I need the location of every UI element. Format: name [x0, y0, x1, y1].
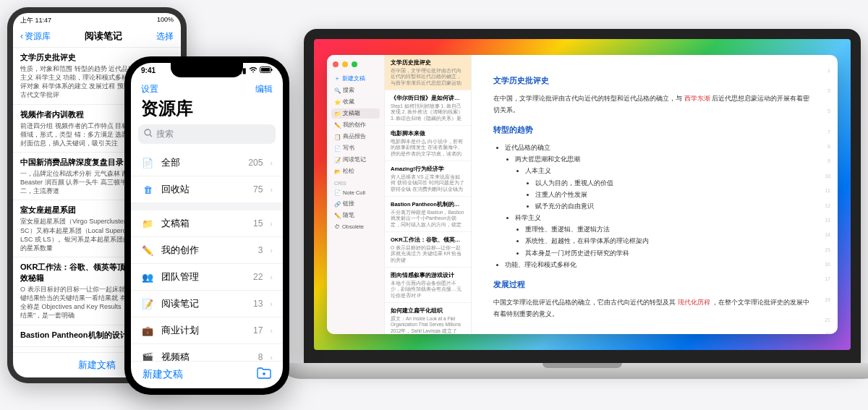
android-back-button[interactable]: ‹ 资源库 — [20, 30, 51, 43]
search-input[interactable]: 搜索 — [138, 124, 276, 144]
iphone-frame: 9:41 ▮▮▮▮ 设置 编辑 资源库 搜索 📄全部205› � — [124, 56, 289, 395]
note-title: Bastion Pantheon机制的设计亮点 — [391, 201, 465, 208]
doc-icon: 📄 — [141, 158, 154, 168]
note-title: 如何建立扁平化组织 — [391, 307, 465, 315]
note-icon: 📝 — [334, 157, 341, 163]
sidebar-item[interactable]: ⏱Obsolete — [331, 222, 380, 231]
sidebar-item[interactable]: 📂松松 — [331, 166, 380, 176]
edit-button[interactable]: 编辑 — [255, 83, 273, 95]
iphone-footer: 新建文稿 — [131, 361, 283, 388]
sidebar-label: 随笔 — [343, 212, 354, 219]
library-row-reading[interactable]: 📝阅读笔记13› — [131, 291, 283, 317]
sidebar-label: Note Coll — [343, 189, 365, 196]
sidebar-label: 阅读笔记 — [343, 156, 366, 163]
note-title: 文学历史批评史 — [391, 59, 465, 67]
note-card[interactable]: 图向情感叙事的游戏设计本地个页面内容会备份图片不少，剧场性加载表会有点慢…无论你… — [385, 268, 471, 303]
minimize-icon[interactable] — [342, 61, 348, 67]
row-label: 文稿箱 — [161, 217, 246, 230]
library-row-business[interactable]: 💼商业计划17› — [131, 317, 283, 344]
library-row-team[interactable]: 👥团队管理22› — [131, 264, 283, 291]
window-traffic-lights[interactable] — [331, 59, 380, 72]
macbook-bezel: ＋新建文稿 🔍搜索 ⭐收藏 📁文稿箱 ✏️我的创作 📋商品报告 📄写书 📝阅读笔… — [304, 29, 861, 363]
row-label: 我的创作 — [161, 244, 251, 257]
mac-editor[interactable]: 1357891011121314151617192122 文学历史批评史 在中国… — [472, 55, 838, 334]
iphone-top-bar: 设置 编辑 — [131, 74, 283, 95]
pencil-icon: ✏️ — [141, 245, 154, 256]
editor-heading-3: 发展过程 — [493, 278, 816, 292]
iphone-status-time: 9:41 — [141, 67, 156, 74]
note-preview: O 表示目标好的目标—让你一起床就充满活力 关键结果 KR 恰当的关键 — [391, 245, 465, 262]
sidebar-label: 写书 — [343, 145, 354, 152]
mac-sidebar: ＋新建文稿 🔍搜索 ⭐收藏 📁文稿箱 ✏️我的创作 📋商品报告 📄写书 📝阅读笔… — [327, 55, 385, 334]
iphone-screen: 9:41 ▮▮▮▮ 设置 编辑 资源库 搜索 📄全部205› � — [131, 63, 283, 388]
library-row-video[interactable]: 🎬视频稿8› — [131, 344, 283, 361]
library-row-drafts[interactable]: 📁文稿箱15› — [131, 203, 283, 237]
new-doc-button[interactable]: 新建文稿 — [142, 368, 183, 381]
mac-notes-list[interactable]: 文学历史批评史在中国，文学理论批评由古代向近代的转型和近代品格的确立，与西学东渐… — [385, 55, 472, 334]
sidebar-label: 商品报告 — [343, 133, 366, 140]
note-preview: 在中国，文学理论批评由古代向近代的转型和近代品格的确立，与西学东渐后近代思想启蒙… — [391, 68, 465, 85]
row-label: 团队管理 — [161, 270, 246, 283]
android-status-battery: 100% — [157, 16, 174, 25]
library-row-mywork[interactable]: ✏️我的创作3› — [131, 237, 283, 264]
note-preview: 原文：An Inside Look at a Flat Organization… — [391, 316, 465, 333]
library-row-trash[interactable]: 🗑回收站75› — [131, 176, 283, 203]
note-card[interactable]: OKR工作法：谷歌、领英等顶级公司O 表示目标好的目标—让你一起床就充满活力 关… — [385, 232, 471, 268]
sidebar-item[interactable]: ✏️我的创作 — [331, 120, 380, 130]
sidebar-item[interactable]: 📝阅读笔记 — [331, 155, 380, 165]
zoom-icon[interactable] — [352, 61, 357, 67]
library-row-all[interactable]: 📄全部205› — [131, 150, 283, 176]
note-card[interactable]: 《华尔街日报》是如何讲故事的Step1 如何找到好故事 1. 靠自己发现 2. … — [385, 90, 471, 126]
android-status-time: 上午 11:47 — [20, 16, 51, 25]
note-preview: 本地个页面内容会备份图片不少，剧场性加载表会有点慢…无论你是否对 IF — [391, 281, 465, 298]
new-doc-button[interactable]: ＋新建文稿 — [331, 73, 380, 84]
sidebar-item[interactable]: ✏️随笔 — [331, 210, 380, 221]
plus-icon: ＋ — [334, 74, 340, 82]
svg-line-4 — [150, 134, 152, 137]
note-title: Amazing!行为经济学 — [391, 166, 465, 173]
pencil-icon: ✏️ — [334, 213, 341, 219]
sidebar-item[interactable]: 📄Note Coll — [331, 188, 380, 197]
sidebar-item-drafts[interactable]: 📁文稿箱 — [331, 108, 380, 119]
note-preview: 电影脚本是什么 白小说中，所有的故事剧情发生 在读者脑海中。拼的是作者的文字功底… — [391, 139, 465, 156]
settings-button[interactable]: 设置 — [141, 83, 158, 95]
chevron-right-icon: › — [270, 219, 273, 228]
chevron-right-icon: › — [270, 353, 273, 361]
highlighted-term: 西学东渐 — [684, 95, 710, 102]
row-label: 阅读笔记 — [161, 297, 246, 310]
note-card[interactable]: 文学历史批评史在中国，文学理论批评由古代向近代的转型和近代品格的确立，与西学东渐… — [385, 55, 471, 90]
note-card[interactable]: Amazing!行为经济学穷人思维者 VS 正常来说应当如何 获得金钱回答 时间… — [385, 161, 471, 197]
clock-icon: ⏱ — [334, 223, 340, 230]
note-title: 图向情感叙事的游戏设计 — [391, 272, 465, 279]
note-title: OKR工作法：谷歌、领英等顶级公司 — [391, 236, 465, 244]
editor-list: 近代品格的确立 两大哲思潮和文化思潮 人本主义 以人为目的，重视人的价值 注重人… — [493, 142, 816, 270]
folder-icon: 📂 — [334, 168, 341, 175]
chevron-right-icon: › — [270, 246, 273, 255]
row-count: 15 — [253, 218, 263, 229]
new-folder-icon[interactable] — [257, 367, 271, 381]
close-icon[interactable] — [333, 61, 339, 67]
sidebar-item[interactable]: 📄写书 — [331, 143, 380, 153]
sidebar-label: 收藏 — [343, 98, 354, 106]
line-numbers: 1357891011121314151617192122 — [819, 67, 830, 334]
sidebar-item[interactable]: 🔗链接 — [331, 199, 380, 209]
row-count: 13 — [253, 299, 263, 309]
chevron-right-icon: › — [270, 299, 273, 308]
sidebar-label: 链接 — [343, 200, 354, 208]
search-placeholder: 搜索 — [156, 128, 174, 140]
row-count: 3 — [258, 245, 263, 255]
folder-icon: 📁 — [334, 111, 341, 117]
row-label: 回收站 — [161, 183, 246, 196]
editor-paragraph: 在中国，文学理论批评由古代向近代的转型和近代品格的确立，与 西学东渐 后近代思想… — [493, 93, 816, 116]
note-title: 《华尔街日报》是如何讲故事的 — [391, 95, 465, 102]
sidebar-item-search[interactable]: 🔍搜索 — [331, 85, 380, 95]
note-preview: 穷人思维者 VS 正常来说应当如何 获得金钱回答 时间问题是为了获得金钱 在消费… — [391, 174, 465, 192]
note-card[interactable]: Bastion Pantheon机制的设计亮点不分离万神殿是 Bastion，B… — [385, 197, 471, 232]
svg-rect-2 — [271, 69, 273, 71]
sidebar-item-fav[interactable]: ⭐收藏 — [331, 97, 380, 107]
android-select-button[interactable]: 选择 — [156, 30, 174, 43]
note-card[interactable]: 如何建立扁平化组织原文：An Inside Look at a Flat Org… — [385, 303, 471, 334]
battery-icon — [260, 67, 273, 74]
note-card[interactable]: 电影脚本来做电影脚本是什么 白小说中，所有的故事剧情发生 在读者脑海中。拼的是作… — [385, 126, 471, 161]
sidebar-item[interactable]: 📋商品报告 — [331, 132, 380, 142]
